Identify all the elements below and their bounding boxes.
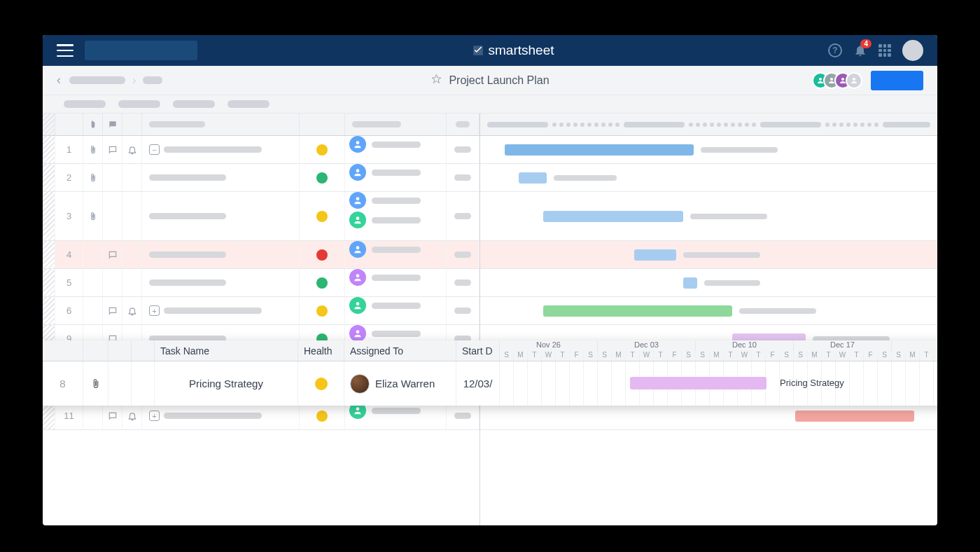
gantt-bar[interactable] [630,377,766,389]
svg-point-0 [819,78,822,81]
assigned-cell[interactable]: Eliza Warren [344,361,456,406]
gantt-bar[interactable] [795,410,914,422]
attachment-cell[interactable] [83,192,103,240]
gantt-week-label: Dec 17 [794,340,892,351]
attachment-icon[interactable] [90,378,102,389]
gantt-day-label: F [766,351,780,361]
attachment-cell[interactable] [83,297,103,324]
gantt-row[interactable] [480,402,937,430]
reminder-cell[interactable] [122,136,142,163]
toolbar-placeholder [64,100,106,108]
col-assigned[interactable]: Assigned To [344,340,456,361]
gantt-bar[interactable] [543,211,683,222]
assigned-cell[interactable] [345,402,447,429]
reminder-cell[interactable] [122,164,142,191]
search-input[interactable] [85,41,197,60]
menu-icon[interactable] [57,44,74,57]
task-cell[interactable]: + [142,402,300,429]
gantt-row[interactable] [480,136,937,164]
comment-cell[interactable] [103,297,122,324]
assigned-cell[interactable] [345,297,447,324]
gantt-bar[interactable] [543,305,732,317]
presence-avatar[interactable] [846,72,862,89]
comment-cell[interactable] [103,269,122,296]
gantt-bar[interactable] [505,144,694,156]
help-icon[interactable]: ? [828,43,842,57]
assigned-cell[interactable] [345,136,447,163]
task-name-cell[interactable]: Pricing Strategy [155,361,298,406]
comment-cell[interactable] [103,402,122,429]
back-icon[interactable]: ‹ [57,73,61,88]
gantt-day-label: F [668,351,682,361]
table-row[interactable]: 4 [43,241,479,269]
gantt-bar[interactable] [634,249,676,261]
table-row[interactable]: 2 [43,164,479,192]
gantt-row[interactable] [480,297,937,325]
table-row[interactable]: 3 [43,192,479,241]
task-cell[interactable] [142,192,300,240]
share-button[interactable] [871,71,923,90]
start-date-cell[interactable]: 12/03/ [456,361,500,406]
attachment-cell[interactable] [83,241,103,268]
gantt-day-label: T [920,351,934,361]
attachment-cell[interactable] [83,402,103,429]
table-row[interactable]: 5 [43,269,479,297]
row-number: 4 [55,241,83,268]
gantt-focus-row[interactable]: Pricing Strategy [500,361,937,406]
task-cell[interactable]: + [142,297,300,324]
grid-container: 1 − 2 3 4 5 [43,113,937,525]
attachment-cell[interactable] [83,136,103,163]
col-task[interactable]: Task Name [155,340,298,361]
gantt-row[interactable] [480,241,937,269]
attachment-cell[interactable] [83,164,103,191]
attachment-cell[interactable] [83,269,103,296]
gantt-bar[interactable] [683,277,697,289]
star-icon[interactable] [430,74,442,88]
reminder-cell[interactable] [122,269,142,296]
gantt-bar[interactable] [519,172,547,184]
assigned-cell[interactable] [345,164,447,191]
gantt-row[interactable] [480,269,937,297]
reminder-cell[interactable] [122,402,142,429]
sheet-title: Project Launch Plan [449,74,549,87]
col-health[interactable]: Health [298,340,344,361]
comment-cell[interactable] [103,136,122,163]
row-number: 11 [55,402,83,429]
gantt-day-label: T [752,351,766,361]
focus-row-8[interactable]: 8 Pricing Strategy Eliza Warren 12/03/ [43,361,500,406]
notification-badge: 4 [860,39,872,48]
expand-icon[interactable]: + [149,305,160,316]
health-indicator [316,305,328,317]
gantt-day-label: M [514,351,528,361]
comment-cell[interactable] [103,241,122,268]
user-avatar[interactable] [902,40,923,61]
table-row[interactable]: 1 − [43,136,479,164]
expand-icon[interactable]: − [149,144,160,155]
comment-cell[interactable] [103,164,122,191]
assigned-cell[interactable] [345,192,447,240]
reminder-cell[interactable] [122,192,142,240]
assigned-cell[interactable] [345,269,447,296]
task-cell[interactable]: − [142,136,300,163]
expand-icon[interactable]: + [149,410,160,421]
table-row[interactable]: 6 + [43,297,479,325]
person-icon [349,164,366,181]
svg-point-7 [356,216,360,220]
task-cell[interactable] [142,241,300,268]
gantt-row[interactable] [480,192,937,241]
gantt-row[interactable] [480,164,937,192]
notifications-icon[interactable]: 4 [853,43,867,57]
task-cell[interactable] [142,164,300,191]
assigned-cell[interactable] [345,241,447,268]
reminder-cell[interactable] [122,241,142,268]
row-number: 8 [43,361,83,406]
reminder-cell[interactable] [122,297,142,324]
table-row[interactable]: 11 + [43,402,479,430]
focused-row: Task Name Health Assigned To Start D 8 P… [43,340,937,406]
col-start[interactable]: Start D [456,340,500,361]
assignee-name: Eliza Warren [375,378,435,389]
comment-cell[interactable] [103,192,122,240]
task-cell[interactable] [142,269,300,296]
svg-point-10 [356,302,360,305]
apps-icon[interactable] [878,44,891,57]
